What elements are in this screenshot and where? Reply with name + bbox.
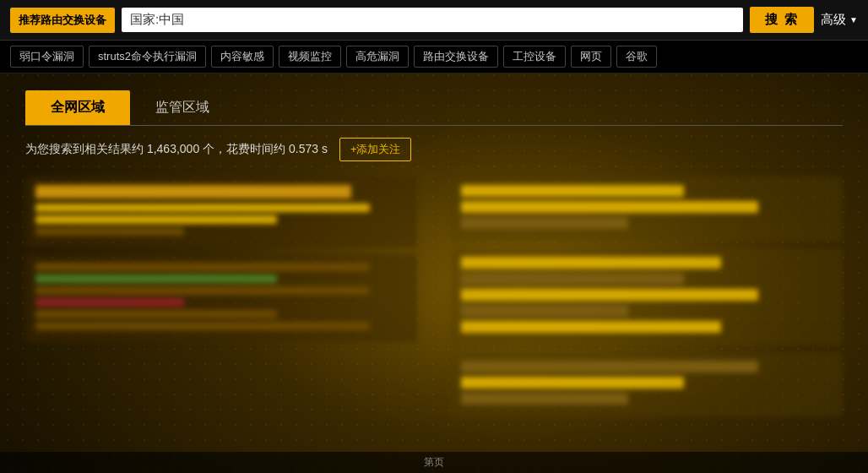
results-grid bbox=[25, 177, 843, 417]
page-label: 第页 bbox=[424, 455, 444, 470]
result-line bbox=[35, 215, 277, 224]
recommend-button[interactable]: 推荐路由交换设备 bbox=[10, 8, 115, 33]
result-line bbox=[35, 263, 370, 271]
tag-sensitive-content[interactable]: 内容敏感 bbox=[211, 46, 274, 68]
search-button[interactable]: 搜 索 bbox=[750, 7, 814, 33]
bottom-bar: 第页 bbox=[0, 452, 868, 473]
result-block bbox=[461, 361, 758, 372]
result-block bbox=[461, 185, 684, 197]
result-card-1[interactable] bbox=[25, 177, 417, 247]
result-card-5[interactable] bbox=[451, 352, 843, 417]
advanced-label: 高级 bbox=[821, 12, 846, 28]
result-block bbox=[461, 321, 721, 333]
result-column-right bbox=[451, 177, 843, 417]
result-card-3[interactable] bbox=[451, 177, 843, 242]
result-line bbox=[35, 204, 370, 212]
tab-divider bbox=[25, 125, 843, 126]
result-block bbox=[461, 217, 628, 229]
result-column-left bbox=[25, 177, 417, 417]
main-content: 全网区域 监管区域 为您搜索到相关结果约 1,463,000 个，花费时间约 0… bbox=[0, 73, 868, 434]
tag-router[interactable]: 路由交换设备 bbox=[414, 46, 498, 68]
advanced-button[interactable]: 高级 ▼ bbox=[821, 12, 858, 28]
tag-weak-password[interactable]: 弱口令漏洞 bbox=[10, 46, 84, 68]
result-block bbox=[461, 289, 758, 301]
result-line bbox=[35, 286, 370, 295]
result-block bbox=[461, 273, 684, 285]
result-block bbox=[461, 393, 628, 405]
search-input[interactable] bbox=[122, 8, 743, 32]
result-line bbox=[35, 310, 277, 318]
result-card-2[interactable] bbox=[25, 254, 417, 342]
tag-industrial[interactable]: 工控设备 bbox=[503, 46, 566, 68]
tab-all-network[interactable]: 全网区域 bbox=[25, 90, 130, 125]
chevron-down-icon: ▼ bbox=[849, 15, 858, 24]
result-line bbox=[35, 298, 184, 307]
result-line bbox=[35, 275, 277, 283]
tag-google[interactable]: 谷歌 bbox=[616, 46, 657, 68]
add-watch-button[interactable]: +添加关注 bbox=[339, 138, 412, 161]
tags-row: 弱口令漏洞 struts2命令执行漏洞 内容敏感 视频监控 高危漏洞 路由交换设… bbox=[0, 41, 868, 73]
result-block bbox=[461, 257, 721, 269]
result-count-text: 为您搜索到相关结果约 1,463,000 个，花费时间约 0.573 s bbox=[25, 142, 328, 157]
result-summary: 为您搜索到相关结果约 1,463,000 个，花费时间约 0.573 s +添加… bbox=[25, 138, 843, 161]
tag-webpage[interactable]: 网页 bbox=[571, 46, 611, 68]
tab-supervised-area[interactable]: 监管区域 bbox=[130, 90, 235, 125]
result-block bbox=[461, 201, 758, 213]
tag-video-monitor[interactable]: 视频监控 bbox=[279, 46, 341, 68]
search-bar: 推荐路由交换设备 搜 索 高级 ▼ bbox=[0, 0, 868, 41]
tag-high-vuln[interactable]: 高危漏洞 bbox=[346, 46, 409, 68]
result-block bbox=[461, 305, 628, 317]
result-card-4[interactable] bbox=[451, 248, 843, 345]
result-line bbox=[35, 227, 184, 236]
result-block bbox=[461, 377, 684, 389]
result-line bbox=[35, 322, 370, 330]
tag-struts2[interactable]: struts2命令执行漏洞 bbox=[89, 46, 206, 68]
tabs: 全网区域 监管区域 bbox=[25, 90, 843, 125]
result-title-bar bbox=[35, 185, 351, 198]
